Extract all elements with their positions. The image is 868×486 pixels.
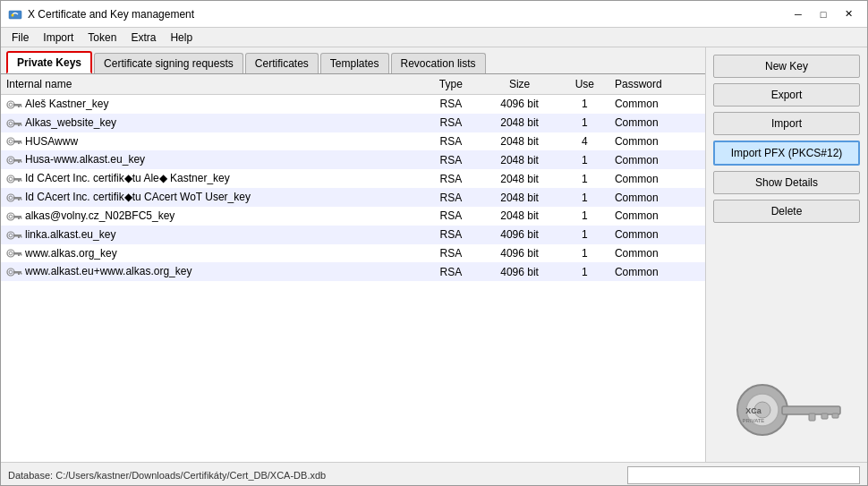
- cell-password: Common: [609, 132, 705, 151]
- svg-rect-35: [18, 217, 20, 219]
- table-row[interactable]: www.alkast.eu+www.alkas.org_keyRSA4096 b…: [1, 262, 705, 281]
- cell-use: 1: [560, 207, 609, 226]
- cell-name: Id CAcert Inc. certifik◆tu Ale◆ Kastner_…: [1, 169, 422, 188]
- tab-csr[interactable]: Certificate signing requests: [94, 53, 243, 73]
- cell-type: RSA: [422, 169, 479, 188]
- col-header-name: Internal name: [1, 74, 422, 95]
- cell-name: Alkas_website_key: [1, 114, 422, 132]
- cell-password: Common: [609, 169, 705, 188]
- svg-point-2: [7, 101, 14, 108]
- tab-section: Private Keys Certificate signing request…: [1, 47, 706, 462]
- cell-size: 4096 bit: [479, 262, 559, 281]
- export-button[interactable]: Export: [713, 83, 860, 107]
- cell-password: Common: [609, 244, 705, 263]
- window-title: X Certificate and Key management: [28, 8, 785, 21]
- svg-rect-57: [821, 414, 828, 419]
- cell-password: Common: [609, 95, 705, 114]
- table-row[interactable]: linka.alkast.eu_keyRSA4096 bit1Common: [1, 226, 705, 244]
- svg-point-3: [9, 103, 13, 107]
- svg-point-13: [9, 140, 13, 143]
- svg-rect-56: [809, 414, 815, 421]
- cell-type: RSA: [422, 207, 479, 226]
- svg-point-38: [9, 234, 13, 237]
- cell-name: Aleš Kastner_key: [1, 95, 422, 114]
- statusbar-db-path: Database: C:/Users/kastner/Downloads/Cer…: [8, 470, 627, 481]
- maximize-button[interactable]: □: [812, 5, 835, 23]
- svg-point-47: [7, 269, 14, 276]
- tab-templates[interactable]: Templates: [320, 53, 389, 73]
- cell-type: RSA: [422, 226, 479, 244]
- svg-rect-45: [18, 254, 20, 256]
- key-icon: [6, 192, 22, 204]
- cell-use: 1: [560, 114, 609, 132]
- table-row[interactable]: Id CAcert Inc. certifik◆tu Ale◆ Kastner_…: [1, 169, 705, 188]
- cell-use: 1: [560, 244, 609, 263]
- keys-table: Internal name Type Size Use Password Ale…: [1, 74, 705, 281]
- tab-revocation[interactable]: Revocation lists: [391, 53, 486, 73]
- keys-table-area: Internal name Type Size Use Password Ale…: [1, 74, 705, 462]
- col-header-type: Type: [422, 74, 479, 95]
- svg-rect-0: [9, 11, 21, 19]
- app-icon: [8, 7, 22, 21]
- key-icon: [6, 229, 22, 242]
- svg-rect-20: [18, 161, 20, 163]
- import-button[interactable]: Import: [713, 112, 860, 135]
- key-icon: [6, 266, 22, 278]
- tab-private-keys[interactable]: Private Keys: [6, 51, 92, 73]
- svg-point-12: [7, 138, 14, 145]
- svg-point-17: [7, 157, 14, 164]
- svg-rect-44: [13, 252, 21, 255]
- table-row[interactable]: Id CAcert Inc. certifik◆tu CAcert WoT Us…: [1, 188, 705, 207]
- cell-password: Common: [609, 114, 705, 132]
- svg-point-7: [7, 120, 14, 127]
- key-graphic: XCa PRIVATE: [713, 228, 860, 455]
- close-button[interactable]: ✕: [837, 5, 860, 23]
- svg-point-43: [9, 252, 13, 255]
- svg-rect-31: [21, 199, 22, 200]
- cell-type: RSA: [422, 132, 479, 151]
- menu-import[interactable]: Import: [36, 30, 81, 46]
- tab-certificates[interactable]: Certificates: [245, 53, 319, 73]
- delete-button[interactable]: Delete: [713, 200, 860, 223]
- key-icon: [6, 154, 22, 166]
- svg-point-22: [7, 175, 14, 183]
- table-row[interactable]: Aleš Kastner_keyRSA4096 bit1Common: [1, 95, 705, 114]
- right-panel: New Key Export Import Import PFX (PKCS#1…: [706, 47, 867, 462]
- col-header-password: Password: [609, 74, 705, 95]
- svg-rect-6: [21, 106, 22, 107]
- svg-rect-19: [13, 159, 21, 162]
- statusbar-search-input[interactable]: [627, 466, 860, 484]
- menu-help[interactable]: Help: [163, 30, 200, 46]
- show-details-button[interactable]: Show Details: [713, 171, 860, 194]
- cell-use: 1: [560, 150, 609, 169]
- svg-rect-36: [21, 217, 22, 219]
- import-pfx-button[interactable]: Import PFX (PKCS#12): [713, 141, 860, 166]
- table-row[interactable]: HUSAwwwRSA2048 bit4Common: [1, 132, 705, 151]
- svg-rect-10: [18, 124, 20, 126]
- svg-rect-34: [13, 216, 21, 218]
- svg-point-42: [7, 250, 14, 257]
- key-icon: [6, 117, 22, 130]
- key-icon: [6, 210, 22, 223]
- table-row[interactable]: Alkas_website_keyRSA2048 bit1Common: [1, 114, 705, 132]
- minimize-button[interactable]: ─: [787, 5, 810, 23]
- table-row[interactable]: www.alkas.org_keyRSA4096 bit1Common: [1, 244, 705, 263]
- svg-rect-4: [13, 104, 21, 107]
- menu-extra[interactable]: Extra: [123, 30, 163, 46]
- col-header-size: Size: [479, 74, 559, 95]
- table-row[interactable]: alkas@volny.cz_N02BFC5_keyRSA2048 bit1Co…: [1, 207, 705, 226]
- menu-token[interactable]: Token: [81, 30, 123, 46]
- cell-name: Husa-www.alkast.eu_key: [1, 150, 422, 169]
- col-header-use: Use: [560, 74, 609, 95]
- svg-rect-21: [21, 161, 22, 163]
- svg-text:XCa: XCa: [745, 406, 762, 415]
- cell-use: 1: [560, 226, 609, 244]
- svg-rect-25: [18, 180, 20, 182]
- svg-point-32: [7, 213, 14, 220]
- svg-point-33: [9, 215, 13, 218]
- new-key-button[interactable]: New Key: [713, 55, 860, 78]
- cell-name: Id CAcert Inc. certifik◆tu CAcert WoT Us…: [1, 188, 422, 207]
- svg-rect-50: [18, 273, 20, 275]
- table-row[interactable]: Husa-www.alkast.eu_keyRSA2048 bit1Common: [1, 150, 705, 169]
- menu-file[interactable]: File: [4, 30, 36, 46]
